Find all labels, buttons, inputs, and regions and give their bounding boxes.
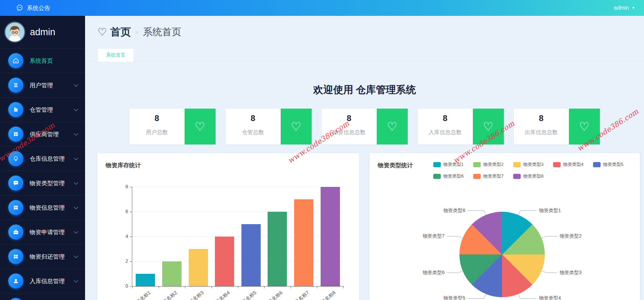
x-axis-label: 物资名称1 [131,290,152,300]
stat-label: 入库信息总数 [418,129,473,136]
pie-chart-card: 物资类型统计 物资类型1物资类型2物资类型3物资类型4物资类型5物资类型6物资类… [370,153,640,300]
grid-icon [8,298,23,300]
sidebar-item-material-returns[interactable]: 物资归还管理 [0,244,85,269]
breadcrumb-home[interactable]: 首页 [110,25,131,39]
breadcrumb: ♡ 首页 ≡ 系统首页 [85,16,644,48]
breadcrumb-current: 系统首页 [143,26,181,39]
x-axis-label: 物资名称4 [210,290,231,300]
bar-物资名称7 [294,199,313,286]
bar-slot [238,224,264,286]
sidebar-item-label: 用户管理 [30,81,53,89]
stat-label: 出库信息总数 [514,129,569,136]
bulb-icon [8,151,23,166]
y-axis-tick-label: 0 [116,283,128,289]
chevron-down-icon [74,131,78,136]
sidebar-item-label: 物资归还管理 [30,253,65,261]
x-axis-label: 物资名称5 [237,290,258,300]
sidebar-item-label: 物资申请管理 [30,228,65,236]
sidebar-item-partial[interactable] [0,293,85,300]
briefcase-icon [12,228,20,236]
briefcase-icon [8,224,23,240]
chevron-down-icon [74,82,78,87]
x-axis-tick [317,286,317,288]
bar-物资名称1 [136,274,155,286]
sidebar-item-material-types[interactable]: 物资类型管理 [0,171,85,196]
main-area: ♡ 首页 ≡ 系统首页 系统首页 欢迎使用 仓库管理系统 8用户总数♡8仓管总数… [85,16,644,300]
profile-username: admin [30,27,55,38]
list-icon [8,78,23,93]
heart-icon: ♡ [483,121,493,132]
bar-slot [185,249,211,286]
stat-card-2: 8物资信息总数♡ [322,109,408,144]
tab-strip: 系统首页 [85,48,644,62]
grid-icon [12,253,20,260]
x-axis-tick [185,286,185,288]
sidebar-item-warehouse-info[interactable]: 仓库信息管理 [0,147,85,171]
announcement-button[interactable]: 系统公告 [16,4,50,12]
chevron-down-icon [74,156,78,160]
stat-card-accent: ♡ [281,109,312,144]
sidebar-item-users[interactable]: 用户管理 [0,73,85,98]
bar-slot [211,237,238,286]
grid-icon [12,204,20,211]
sidebar-item-suppliers[interactable]: 供应商管理 [0,122,85,147]
user-icon [12,277,20,285]
sidebar-item-material-requests[interactable]: 物资申请管理 [0,220,85,244]
y-axis-tick-label: 6 [116,209,128,214]
bar-series [132,187,343,286]
user-menu[interactable]: admin ▼ [614,5,635,11]
sidebar-item-label: 入库信息管理 [30,277,65,285]
y-axis-tick-label: 8 [116,184,128,189]
bar-chart-title: 物资库存统计 [106,161,141,169]
sidebar: admin 系统首页用户管理仓管管理供应商管理仓库信息管理物资类型管理物资信息管… [0,16,85,300]
grid-icon [8,249,23,264]
stat-card-3: 8入库信息总数♡ [418,109,504,144]
announcement-label: 系统公告 [27,4,50,12]
avatar [4,21,25,43]
sidebar-item-label: 系统首页 [30,57,53,65]
sidebar-item-label: 仓管管理 [30,106,53,114]
tab-system-home[interactable]: 系统首页 [97,48,134,62]
y-axis-tick [130,212,132,212]
x-axis-label: 物资名称7 [290,290,310,300]
x-axis-tick [159,286,159,288]
x-axis-tick [264,286,264,288]
x-axis-label: 物资名称6 [263,290,284,300]
sidebar-item-label: 供应商管理 [30,130,59,138]
stat-value: 8 [129,113,185,123]
sidebar-item-inbound-info[interactable]: 入库信息管理 [0,269,85,293]
stat-value: 8 [322,113,377,123]
sidebar-item-warehouse-keepers[interactable]: 仓管管理 [0,98,85,122]
y-axis-tick [130,187,132,187]
stat-card-accent: ♡ [185,109,216,144]
pie-slice-label: 物资类型3 [560,270,582,276]
x-axis-tick [238,286,238,288]
home-icon [8,53,23,68]
pie-slice-label: 物资类型1 [539,208,561,214]
stat-value: 8 [514,113,569,123]
pie-chart [459,212,545,297]
book-icon [12,106,20,113]
sidebar-item-home[interactable]: 系统首页 [0,49,85,73]
bar-物资名称2 [162,261,181,286]
chat-icon [12,179,20,187]
x-axis-tick [291,286,291,288]
book-icon [8,102,23,117]
sidebar-item-label: 仓库信息管理 [30,155,65,163]
list-icon [12,81,20,89]
y-axis-tick [130,286,132,287]
speech-bubble-icon [16,4,23,12]
grid-icon [8,200,23,215]
sidebar-item-material-info[interactable]: 物资信息管理 [0,196,85,220]
bar-物资名称6 [268,212,287,286]
pie-slice-label: 物资类型6 [423,270,445,276]
bar-slot [132,274,159,286]
stat-label: 用户总数 [129,129,185,136]
x-axis-tick [132,286,133,288]
stat-card-accent: ♡ [377,109,408,144]
caret-down-icon: ▼ [632,6,635,10]
chevron-down-icon [74,107,78,111]
stat-label: 仓管总数 [226,129,281,136]
bar-slot [159,261,185,286]
bar-slot [317,187,343,286]
